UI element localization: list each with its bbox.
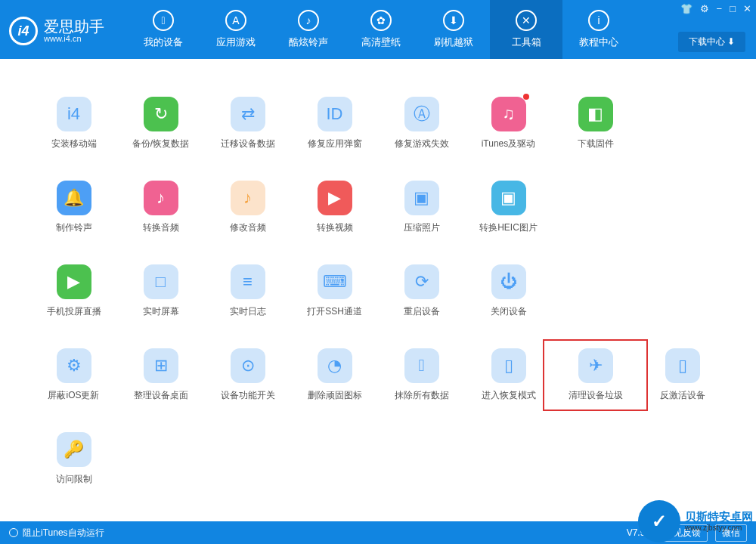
nav-icon: ⬇ xyxy=(443,10,464,31)
tool-icon: ⊙ xyxy=(231,348,265,383)
tool-icon: ⊞ xyxy=(144,348,178,383)
tool-item[interactable]: ↻备份/恢复数据 xyxy=(117,97,204,150)
tool-item[interactable]: ⚙屏蔽iOS更新 xyxy=(30,348,117,402)
nav-item-6[interactable]: i教程中心 xyxy=(562,0,635,59)
tool-icon: ID xyxy=(318,97,352,131)
tool-label: 设备功能开关 xyxy=(221,389,275,402)
app-title: 爱思助手 xyxy=(44,19,104,34)
tool-label: 手机投屏直播 xyxy=(47,305,101,318)
tool-item[interactable]: ⊞整理设备桌面 xyxy=(117,348,204,402)
tool-label: 重启设备 xyxy=(404,305,440,318)
nav-icon: ♪ xyxy=(298,10,319,31)
tool-item[interactable]: 🔔制作铃声 xyxy=(30,181,117,234)
nav-item-1[interactable]: A应用游戏 xyxy=(200,0,272,59)
logo: i4 爱思助手 www.i4.cn xyxy=(9,17,104,45)
tool-label: 访问限制 xyxy=(56,473,92,486)
tool-label: 转换视频 xyxy=(317,221,353,234)
nav-item-5[interactable]: ✕工具箱 xyxy=(490,0,562,59)
nav-icon: A xyxy=(225,10,246,31)
tool-label: 修改音频 xyxy=(230,221,266,234)
nav-icon:  xyxy=(153,10,174,31)
tool-item[interactable]: ⌨打开SSH通道 xyxy=(291,264,378,318)
tool-item[interactable]: ♪转换音频 xyxy=(117,181,204,234)
minimize-button[interactable]: − xyxy=(717,3,723,14)
maximize-button[interactable]: □ xyxy=(730,3,736,14)
tool-icon: ◧ xyxy=(578,97,613,131)
tool-grid: i4安装移动端↻备份/恢复数据⇄迁移设备数据ID修复应用弹窗Ⓐ修复游戏失效♫iT… xyxy=(30,97,726,486)
tool-item[interactable]: □实时屏幕 xyxy=(117,264,204,318)
tool-label: 实时日志 xyxy=(230,305,266,318)
watermark: ✓ 贝斯特安卓网 www.zjbstyy.com xyxy=(638,500,753,542)
nav-icon: ✿ xyxy=(370,10,392,31)
tool-item[interactable]: ▶转换视频 xyxy=(291,181,378,234)
tool-item[interactable]: 抹除所有数据 xyxy=(378,348,465,402)
nav-item-0[interactable]: 我的设备 xyxy=(127,0,200,59)
tool-item[interactable]: ▣压缩照片 xyxy=(378,181,465,234)
tool-icon: ≡ xyxy=(231,264,265,299)
nav-label: 酷炫铃声 xyxy=(289,36,328,49)
logo-icon: i4 xyxy=(9,17,38,45)
skin-icon[interactable]: 👕 xyxy=(680,3,692,14)
nav-label: 教程中心 xyxy=(579,36,618,49)
settings-icon[interactable]: ⚙ xyxy=(700,3,709,14)
tool-label: 实时屏幕 xyxy=(143,305,179,318)
tool-item[interactable]: ◔删除顽固图标 xyxy=(291,348,378,402)
tool-item[interactable]: Ⓐ修复游戏失效 xyxy=(378,97,465,150)
nav-label: 应用游戏 xyxy=(216,36,256,49)
tool-item[interactable]: ✈清理设备垃圾 xyxy=(552,348,639,402)
tool-label: 转换HEIC图片 xyxy=(479,221,538,234)
tool-icon: ▯ xyxy=(665,348,700,383)
tool-item[interactable]: ID修复应用弹窗 xyxy=(291,97,378,150)
tool-label: 屏蔽iOS更新 xyxy=(48,389,99,402)
tool-icon: ▣ xyxy=(491,181,526,215)
tool-icon: Ⓐ xyxy=(404,97,439,131)
tool-icon: ♪ xyxy=(144,181,178,215)
tool-item[interactable]: ▶手机投屏直播 xyxy=(30,264,117,318)
block-itunes-toggle[interactable] xyxy=(9,528,18,537)
main-nav: 我的设备A应用游戏♪酷炫铃声✿高清壁纸⬇刷机越狱✕工具箱i教程中心 xyxy=(127,0,748,59)
nav-item-4[interactable]: ⬇刷机越狱 xyxy=(417,0,490,59)
tool-item[interactable]: ≡实时日志 xyxy=(204,264,291,318)
nav-label: 工具箱 xyxy=(512,36,541,49)
tool-item[interactable]: i4安装移动端 xyxy=(30,97,117,150)
tool-item[interactable]: ▯反激活设备 xyxy=(639,348,726,402)
tool-label: 制作铃声 xyxy=(56,221,92,234)
tool-item[interactable]: ⏻关闭设备 xyxy=(465,264,552,318)
tool-label: 备份/恢复数据 xyxy=(132,138,189,150)
download-center-button[interactable]: 下载中心 ⬇ xyxy=(678,32,745,52)
tool-label: 修复应用弹窗 xyxy=(308,138,362,150)
tool-item[interactable]: ♪修改音频 xyxy=(204,181,291,234)
tool-icon: ⚙ xyxy=(57,348,91,383)
tool-item[interactable]: ▣转换HEIC图片 xyxy=(465,181,552,234)
tool-icon: i4 xyxy=(57,97,91,131)
tool-label: 关闭设备 xyxy=(491,305,527,318)
tool-label: 删除顽固图标 xyxy=(308,389,362,402)
block-itunes-label: 阻止iTunes自动运行 xyxy=(23,527,104,539)
tool-item[interactable]: ♫iTunes及驱动 xyxy=(465,97,552,150)
tool-icon: ↻ xyxy=(144,97,178,131)
tool-label: 下载固件 xyxy=(578,138,614,150)
tool-item[interactable]: ⟳重启设备 xyxy=(378,264,465,318)
nav-item-2[interactable]: ♪酷炫铃声 xyxy=(272,0,345,59)
tool-label: 打开SSH通道 xyxy=(307,305,362,318)
tool-icon: ⌨ xyxy=(318,264,352,299)
nav-label: 刷机越狱 xyxy=(434,36,473,49)
main-area: i4安装移动端↻备份/恢复数据⇄迁移设备数据ID修复应用弹窗Ⓐ修复游戏失效♫iT… xyxy=(0,59,756,521)
tool-item[interactable]: ⊙设备功能开关 xyxy=(204,348,291,402)
tool-icon:  xyxy=(404,348,439,383)
close-button[interactable]: ✕ xyxy=(743,3,751,14)
app-subtitle: www.i4.cn xyxy=(44,34,104,43)
tool-item[interactable]: ◧下载固件 xyxy=(552,97,639,150)
tool-label: 进入恢复模式 xyxy=(482,389,536,402)
nav-label: 高清壁纸 xyxy=(361,36,401,49)
tool-icon: ✈ xyxy=(578,348,613,383)
nav-label: 我的设备 xyxy=(144,36,183,49)
tool-item[interactable]: ⇄迁移设备数据 xyxy=(204,97,291,150)
watermark-icon: ✓ xyxy=(638,500,680,542)
tool-item[interactable]: 🔑访问限制 xyxy=(30,432,117,486)
nav-icon: i xyxy=(588,10,609,31)
tool-icon: ⇄ xyxy=(231,97,265,131)
tool-icon: ⟳ xyxy=(404,264,439,299)
nav-item-3[interactable]: ✿高清壁纸 xyxy=(345,0,417,59)
tool-item[interactable]: ▯进入恢复模式 xyxy=(465,348,552,402)
